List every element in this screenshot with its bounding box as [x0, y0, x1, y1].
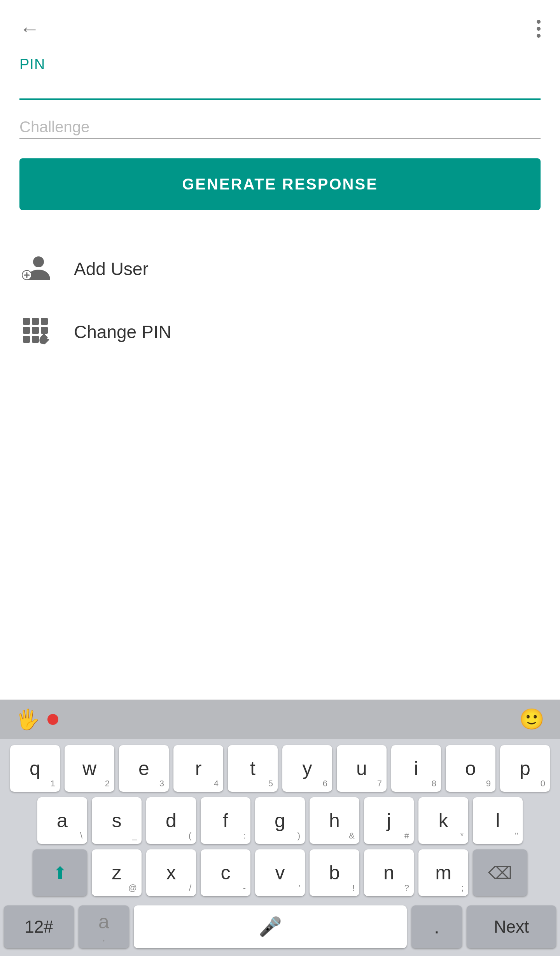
generate-response-button[interactable]: GENERATE RESPONSE: [19, 158, 541, 210]
add-user-menu-item[interactable]: Add User: [12, 237, 548, 300]
shift-key[interactable]: ⬆: [33, 849, 87, 896]
key-x[interactable]: x/: [146, 849, 196, 896]
key-b[interactable]: b!: [310, 849, 359, 896]
key-p[interactable]: p0: [500, 745, 550, 792]
key-r[interactable]: r4: [173, 745, 223, 792]
emoji-icon[interactable]: 🙂: [519, 707, 544, 731]
more-dot-2: [537, 27, 541, 31]
key-j[interactable]: j#: [364, 797, 414, 844]
key-m[interactable]: m;: [418, 849, 468, 896]
key-w[interactable]: w2: [65, 745, 114, 792]
svg-rect-5: [32, 318, 39, 325]
svg-rect-6: [41, 318, 48, 325]
svg-rect-10: [23, 336, 30, 343]
pin-label: PIN: [19, 56, 541, 73]
change-pin-menu-item[interactable]: Change PIN: [12, 300, 548, 363]
comma-key-main: a: [98, 910, 109, 933]
add-user-label: Add User: [74, 258, 149, 279]
key-g[interactable]: g): [255, 797, 305, 844]
key-c[interactable]: c-: [201, 849, 250, 896]
key-q[interactable]: q1: [10, 745, 60, 792]
recording-dot: [47, 714, 58, 725]
num-key[interactable]: 12#: [4, 905, 74, 948]
svg-point-0: [33, 256, 44, 267]
svg-rect-7: [23, 327, 30, 334]
change-pin-label: Change PIN: [74, 321, 172, 342]
svg-rect-11: [32, 336, 39, 343]
change-pin-icon: [19, 314, 54, 349]
keyboard-rows: q1 w2 e3 r4 t5 y6 u7 i8 o9 p0 a\ s_ d( f…: [0, 739, 560, 905]
top-bar: ←: [0, 0, 560, 48]
key-h[interactable]: h&: [310, 797, 359, 844]
key-d[interactable]: d(: [146, 797, 196, 844]
next-key[interactable]: Next: [467, 905, 556, 948]
svg-rect-8: [32, 327, 39, 334]
comma-key-sub: ,: [103, 933, 105, 943]
menu-list: Add User Change PIN: [0, 237, 560, 363]
key-k[interactable]: k*: [418, 797, 468, 844]
more-dot-1: [537, 20, 541, 24]
challenge-input[interactable]: [19, 116, 541, 139]
key-i[interactable]: i8: [391, 745, 441, 792]
next-key-label: Next: [494, 917, 529, 937]
keyboard-row-3: ⬆ z@ x/ c- v' b! n? m; ⌫: [4, 849, 556, 896]
back-button[interactable]: ←: [19, 19, 40, 39]
space-key[interactable]: 🎤: [134, 905, 407, 948]
key-z[interactable]: z@: [92, 849, 142, 896]
more-dot-3: [537, 34, 541, 38]
pin-input[interactable]: [19, 77, 541, 100]
svg-rect-4: [23, 318, 30, 325]
keyboard-bottom-row: 12# a , 🎤 . Next: [0, 905, 560, 956]
key-e[interactable]: e3: [119, 745, 169, 792]
key-a[interactable]: a\: [37, 797, 87, 844]
num-key-label: 12#: [24, 917, 53, 937]
form-area: PIN GENERATE RESPONSE: [0, 48, 560, 237]
key-t[interactable]: t5: [228, 745, 278, 792]
hand-icon[interactable]: 🖐: [16, 708, 40, 731]
key-y[interactable]: y6: [282, 745, 332, 792]
period-key-label: .: [434, 916, 439, 938]
comma-key[interactable]: a ,: [79, 905, 129, 948]
key-v[interactable]: v': [255, 849, 305, 896]
keyboard-toolbar: 🖐 🙂: [0, 700, 560, 739]
backspace-key[interactable]: ⌫: [473, 849, 527, 896]
toolbar-left: 🖐: [16, 708, 58, 731]
svg-rect-9: [41, 327, 48, 334]
keyboard-row-2: a\ s_ d( f: g) h& j# k* l": [4, 797, 556, 844]
key-l[interactable]: l": [473, 797, 523, 844]
key-f[interactable]: f:: [201, 797, 250, 844]
key-n[interactable]: n?: [364, 849, 414, 896]
key-o[interactable]: o9: [446, 745, 495, 792]
key-u[interactable]: u7: [337, 745, 387, 792]
keyboard-row-1: q1 w2 e3 r4 t5 y6 u7 i8 o9 p0: [4, 745, 556, 792]
add-user-icon: [19, 251, 54, 286]
more-button[interactable]: [537, 20, 541, 38]
mic-icon: 🎤: [259, 916, 282, 938]
keyboard: 🖐 🙂 q1 w2 e3 r4 t5 y6 u7 i8 o9 p0 a\ s_ …: [0, 700, 560, 956]
period-key[interactable]: .: [411, 905, 462, 948]
key-s[interactable]: s_: [92, 797, 142, 844]
